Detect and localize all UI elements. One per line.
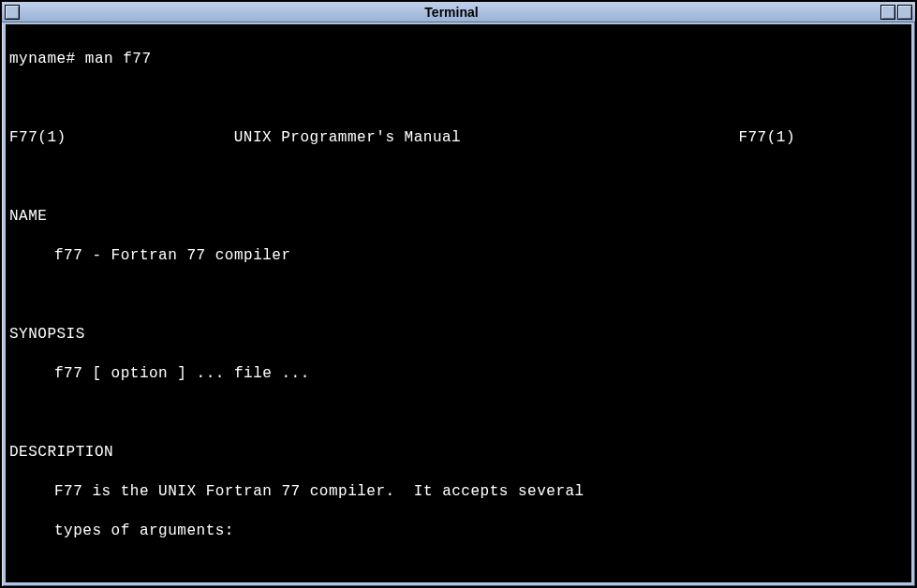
section-name-head: NAME [9,207,908,227]
blank-line [9,561,908,581]
window-control-group [880,5,913,20]
blank-line [9,89,908,109]
terminal-output[interactable]: myname# man f77 F77(1)UNIX Programmer's … [6,24,911,582]
section-synopsis-body: f77 [ option ] ... file ... [9,364,908,384]
prompt-line: myname# man f77 [9,50,908,69]
blank-line [9,168,908,187]
titlebar[interactable]: Terminal [2,2,915,22]
maximize-button[interactable] [897,5,912,20]
manpage-header: F77(1)UNIX Programmer's ManualF77(1) [9,128,908,148]
blank-line [9,286,908,305]
window-title: Terminal [23,5,880,20]
blank-line [9,404,908,423]
section-synopsis-head: SYNOPSIS [9,325,908,345]
description-line: types of arguments: [9,522,908,541]
section-description-head: DESCRIPTION [9,443,908,463]
terminal-window: Terminal myname# man f77 F77(1)UNIX Prog… [0,0,917,588]
header-center: UNIX Programmer's Manual [234,128,684,148]
description-line: F77 is the UNIX Fortran 77 compiler. It … [9,482,908,502]
header-left: F77(1) [9,128,234,148]
header-right: F77(1) [683,128,908,148]
window-menu-button[interactable] [5,5,20,20]
minimize-button[interactable] [880,5,895,20]
section-name-body: f77 - Fortran 77 compiler [9,246,908,266]
